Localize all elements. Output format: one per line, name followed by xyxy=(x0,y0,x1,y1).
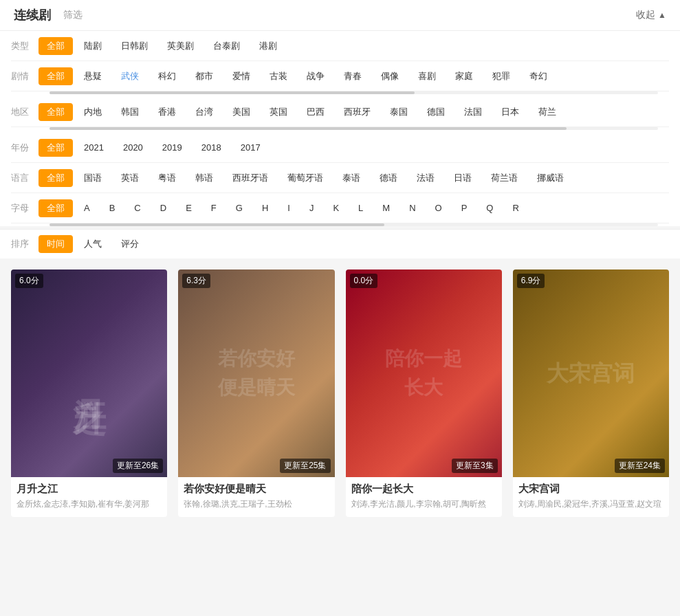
filter-tag-lang-11[interactable]: 荷兰语 xyxy=(483,169,526,187)
drama-thumb-1: 月升之江 6.0分 更新至26集 xyxy=(11,270,167,477)
filter-tag-lang-8[interactable]: 德语 xyxy=(371,169,406,187)
filter-tag-genre-13[interactable]: 奇幻 xyxy=(521,67,556,85)
filter-tag-region-5[interactable]: 美国 xyxy=(224,103,259,121)
filter-tag-region-12[interactable]: 日本 xyxy=(493,103,527,121)
filter-tag-lang-12[interactable]: 挪威语 xyxy=(529,169,572,187)
drama-grid: 月升之江 6.0分 更新至26集 月升之江 金所炫,金志溙,李知勋,崔有华,姜河… xyxy=(11,270,669,517)
filter-tag-letter-h[interactable]: H xyxy=(254,200,276,216)
drama-update-4: 更新至24集 xyxy=(615,459,665,473)
filter-tag-lang-0[interactable]: 全部 xyxy=(39,169,73,187)
filter-tag-lang-5[interactable]: 西班牙语 xyxy=(224,169,276,187)
filter-tag-genre-2[interactable]: 武侠 xyxy=(113,67,147,85)
letter-scrollbar[interactable] xyxy=(50,223,658,226)
genre-scrollbar[interactable] xyxy=(50,91,658,94)
filter-tag-year-1[interactable]: 2021 xyxy=(76,140,112,155)
filter-tag-genre-4[interactable]: 都市 xyxy=(187,67,221,85)
filter-tag-genre-7[interactable]: 战争 xyxy=(298,67,333,85)
filter-tag-letter-m[interactable]: M xyxy=(374,200,398,216)
region-scrollbar-thumb xyxy=(50,127,567,130)
filter-tag-region-1[interactable]: 内地 xyxy=(76,103,110,121)
region-scrollbar[interactable] xyxy=(50,127,658,130)
filter-tag-lang-2[interactable]: 英语 xyxy=(113,169,147,187)
filter-label-letter: 字母 xyxy=(11,202,39,214)
filter-tag-letter-i[interactable]: I xyxy=(279,200,298,216)
filter-tag-lang-4[interactable]: 韩语 xyxy=(187,169,221,187)
filter-tag-lang-6[interactable]: 葡萄牙语 xyxy=(279,169,331,187)
filter-tag-genre-10[interactable]: 喜剧 xyxy=(410,67,444,85)
filter-tag-type-4[interactable]: 台泰剧 xyxy=(205,37,248,55)
filter-tag-letter-k[interactable]: K xyxy=(325,200,347,216)
drama-card-4[interactable]: 大宋宫词 6.9分 更新至24集 大宋宫词 刘涛,周渝民,梁冠华,齐溪,冯亚萱,… xyxy=(513,270,669,517)
filter-tag-letter-r[interactable]: R xyxy=(504,200,527,216)
filter-tag-letter-a[interactable]: A xyxy=(76,200,98,216)
filter-tag-lang-1[interactable]: 国语 xyxy=(76,169,110,187)
filter-tag-type-2[interactable]: 日韩剧 xyxy=(113,37,156,55)
filter-tag-region-3[interactable]: 香港 xyxy=(150,103,184,121)
drama-card-1[interactable]: 月升之江 6.0分 更新至26集 月升之江 金所炫,金志溙,李知勋,崔有华,姜河… xyxy=(11,270,167,517)
drama-update-3: 更新至3集 xyxy=(452,459,498,473)
filter-tag-lang-3[interactable]: 粤语 xyxy=(150,169,184,187)
filter-tag-type-1[interactable]: 陆剧 xyxy=(76,37,110,55)
filter-tag-letter-o[interactable]: O xyxy=(427,200,450,216)
drama-title-2: 若你安好便是晴天 xyxy=(184,483,329,496)
header-left: 连续剧 筛选 xyxy=(14,7,83,23)
filter-tag-letter-c[interactable]: C xyxy=(126,200,149,216)
filter-tag-letter-d[interactable]: D xyxy=(152,200,175,216)
filter-row-letter: 字母 全部 A B C D E F G H I J K L M N O P Q … xyxy=(11,193,669,223)
filter-tag-region-8[interactable]: 西班牙 xyxy=(336,103,379,121)
filter-tag-year-4[interactable]: 2018 xyxy=(193,140,230,155)
filter-tag-letter-p[interactable]: P xyxy=(453,200,476,216)
letter-scrollbar-thumb xyxy=(50,223,384,226)
filter-tag-genre-3[interactable]: 科幻 xyxy=(150,67,184,85)
sort-tag-time[interactable]: 时间 xyxy=(39,235,73,253)
drama-card-2[interactable]: 若你安好便是晴天 6.3分 更新至25集 若你安好便是晴天 张翰,徐璐,洪克,王… xyxy=(178,270,334,517)
filter-tag-genre-8[interactable]: 青春 xyxy=(336,67,370,85)
filter-tag-genre-11[interactable]: 家庭 xyxy=(447,67,481,85)
filter-tag-year-3[interactable]: 2019 xyxy=(154,140,190,155)
filter-tag-lang-10[interactable]: 日语 xyxy=(446,169,480,187)
filter-tag-region-10[interactable]: 德国 xyxy=(419,103,453,121)
filter-tag-region-7[interactable]: 巴西 xyxy=(298,103,333,121)
filter-tag-region-6[interactable]: 英国 xyxy=(261,103,296,121)
filter-tag-lang-7[interactable]: 泰语 xyxy=(334,169,369,187)
sort-label: 排序 xyxy=(11,238,39,250)
filter-tag-letter-g[interactable]: G xyxy=(228,200,251,216)
drama-score-4: 6.9分 xyxy=(517,274,545,288)
filter-tag-lang-9[interactable]: 法语 xyxy=(408,169,443,187)
filter-tag-genre-1[interactable]: 悬疑 xyxy=(76,67,110,85)
filter-tag-letter-b[interactable]: B xyxy=(101,200,124,216)
filter-tag-region-4[interactable]: 台湾 xyxy=(187,103,221,121)
filter-tag-region-13[interactable]: 荷兰 xyxy=(530,103,564,121)
filter-tag-region-9[interactable]: 泰国 xyxy=(382,103,416,121)
chevron-up-icon: ▲ xyxy=(658,10,666,20)
drama-update-2: 更新至25集 xyxy=(280,459,330,473)
filter-tag-genre-9[interactable]: 偶像 xyxy=(373,67,407,85)
filter-tag-letter-all[interactable]: 全部 xyxy=(39,199,73,217)
filter-tag-region-2[interactable]: 韩国 xyxy=(113,103,147,121)
filter-tag-type-3[interactable]: 英美剧 xyxy=(159,37,202,55)
filter-tag-genre-12[interactable]: 犯罪 xyxy=(484,67,518,85)
filter-tag-region-11[interactable]: 法国 xyxy=(456,103,490,121)
filter-tag-type-5[interactable]: 港剧 xyxy=(251,37,285,55)
filter-tag-letter-f[interactable]: F xyxy=(203,200,225,216)
filter-tag-year-5[interactable]: 2017 xyxy=(232,140,269,155)
filter-tag-type-0[interactable]: 全部 xyxy=(39,37,73,55)
filter-tag-letter-e[interactable]: E xyxy=(177,200,200,216)
filter-tag-genre-6[interactable]: 古装 xyxy=(261,67,296,85)
genre-scrollbar-thumb xyxy=(50,91,415,94)
filter-tag-genre-5[interactable]: 爱情 xyxy=(224,67,259,85)
filter-tag-year-0[interactable]: 全部 xyxy=(39,139,73,157)
filter-tag-letter-q[interactable]: Q xyxy=(478,200,501,216)
filter-tag-letter-l[interactable]: L xyxy=(350,200,371,216)
filter-tag-year-2[interactable]: 2020 xyxy=(115,140,151,155)
filter-section: 类型 全部 陆剧 日韩剧 英美剧 台泰剧 港剧 剧情 全部 悬疑 武侠 科幻 都… xyxy=(0,31,680,226)
sort-tag-rating[interactable]: 评分 xyxy=(113,235,147,253)
filter-tag-letter-n[interactable]: N xyxy=(401,200,424,216)
filter-button[interactable]: 筛选 xyxy=(63,9,83,21)
filter-tag-letter-j[interactable]: J xyxy=(301,200,322,216)
filter-tag-region-0[interactable]: 全部 xyxy=(39,103,73,121)
drama-card-3[interactable]: 陪你一起长大 0.0分 更新至3集 陪你一起长大 刘涛,李光洁,颜儿,李宗翰,胡… xyxy=(346,270,502,517)
collapse-button[interactable]: 收起 ▲ xyxy=(636,9,666,21)
sort-tag-popularity[interactable]: 人气 xyxy=(76,235,110,253)
filter-tag-genre-0[interactable]: 全部 xyxy=(39,67,73,85)
